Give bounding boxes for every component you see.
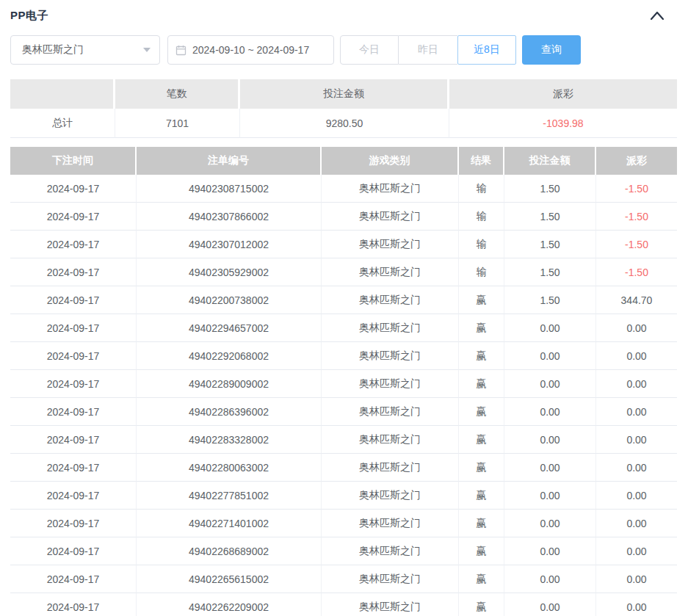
cell-game-category: 奥林匹斯之门 xyxy=(322,426,459,454)
query-button[interactable]: 查询 xyxy=(522,35,581,65)
cell-order-number: 49402289009002 xyxy=(137,370,322,398)
cell-bet-time: 2024-09-17 xyxy=(10,565,137,593)
table-row: 2024-09-17 49402286396002 奥林匹斯之门 赢 0.00 … xyxy=(10,398,677,426)
cell-result: 赢 xyxy=(459,454,504,482)
cell-result: 赢 xyxy=(459,510,504,537)
cell-game-category: 奥林匹斯之门 xyxy=(322,314,459,342)
cell-payout: 0.00 xyxy=(596,398,677,426)
col-header-order-number: 注单编号 xyxy=(137,147,322,175)
cell-payout: 344.70 xyxy=(596,286,677,314)
cell-result: 赢 xyxy=(459,398,504,426)
cell-payout: -1.50 xyxy=(596,203,677,231)
cell-bet-amount: 1.50 xyxy=(504,203,596,231)
cell-result: 赢 xyxy=(459,565,504,593)
cell-result: 输 xyxy=(459,231,504,258)
cell-bet-amount: 0.00 xyxy=(504,398,596,426)
cell-result: 赢 xyxy=(459,370,504,398)
summary-total-payout: -1039.98 xyxy=(449,109,677,138)
table-row: 2024-09-17 49402292068002 奥林匹斯之门 赢 0.00 … xyxy=(10,342,677,370)
summary-total-count: 7101 xyxy=(115,109,240,138)
yesterday-button[interactable]: 昨日 xyxy=(399,35,457,65)
cell-bet-time: 2024-09-17 xyxy=(10,258,137,286)
cell-result: 赢 xyxy=(459,593,504,616)
cell-bet-time: 2024-09-17 xyxy=(10,426,137,454)
cell-bet-time: 2024-09-17 xyxy=(10,231,137,258)
cell-game-category: 奥林匹斯之门 xyxy=(322,203,459,231)
cell-bet-time: 2024-09-17 xyxy=(10,342,137,370)
table-row: 2024-09-17 49402200738002 奥林匹斯之门 赢 1.50 … xyxy=(10,286,677,314)
caret-down-icon xyxy=(143,48,151,52)
cell-payout: 0.00 xyxy=(596,370,677,398)
chevron-up-icon xyxy=(650,10,665,21)
cell-bet-amount: 1.50 xyxy=(504,175,596,203)
cell-payout: -1.50 xyxy=(596,258,677,286)
filter-bar: 奥林匹斯之门 2024-09-10 ~ 2024-09-17 今日 昨日 近8日… xyxy=(10,35,677,65)
table-row: 2024-09-17 49402283328002 奥林匹斯之门 赢 0.00 … xyxy=(10,426,677,454)
bet-table-header-row: 下注时间 注单编号 游戏类别 结果 投注金额 派彩 xyxy=(10,147,677,175)
table-row: 2024-09-17 49402308715002 奥林匹斯之门 输 1.50 … xyxy=(10,175,677,203)
cell-result: 输 xyxy=(459,175,504,203)
cell-bet-time: 2024-09-17 xyxy=(10,482,137,510)
summary-total-row: 总计 7101 9280.50 -1039.98 xyxy=(10,109,677,138)
col-header-bet-time: 下注时间 xyxy=(10,147,137,175)
summary-header-bet-amount: 投注金额 xyxy=(240,79,449,109)
cell-bet-time: 2024-09-17 xyxy=(10,454,137,482)
cell-bet-amount: 0.00 xyxy=(504,314,596,342)
summary-table: 笔数 投注金额 派彩 总计 7101 9280.50 -1039.98 xyxy=(10,79,677,138)
cell-payout: 0.00 xyxy=(596,342,677,370)
cell-bet-time: 2024-09-17 xyxy=(10,203,137,231)
bet-records-table: 下注时间 注单编号 游戏类别 结果 投注金额 派彩 2024-09-17 494… xyxy=(10,147,677,616)
table-row: 2024-09-17 49402307012002 奥林匹斯之门 输 1.50 … xyxy=(10,231,677,258)
today-button[interactable]: 今日 xyxy=(340,35,399,65)
col-header-payout: 派彩 xyxy=(596,147,677,175)
cell-bet-time: 2024-09-17 xyxy=(10,286,137,314)
summary-total-bet-amount: 9280.50 xyxy=(240,109,449,138)
cell-result: 输 xyxy=(459,258,504,286)
cell-payout: 0.00 xyxy=(596,426,677,454)
cell-order-number: 49402277851002 xyxy=(137,482,322,510)
cell-payout: 0.00 xyxy=(596,537,677,565)
cell-order-number: 49402200738002 xyxy=(137,286,322,314)
cell-result: 赢 xyxy=(459,482,504,510)
game-select[interactable]: 奥林匹斯之门 xyxy=(10,35,160,65)
cell-bet-time: 2024-09-17 xyxy=(10,314,137,342)
cell-bet-amount: 0.00 xyxy=(504,565,596,593)
cell-bet-amount: 1.50 xyxy=(504,286,596,314)
table-row: 2024-09-17 49402280063002 奥林匹斯之门 赢 0.00 … xyxy=(10,454,677,482)
pp-electronic-panel: PP电子 奥林匹斯之门 2024-09-10 ~ 2024-09-17 今日 昨… xyxy=(0,0,688,616)
cell-bet-amount: 0.00 xyxy=(504,426,596,454)
cell-payout: 0.00 xyxy=(596,565,677,593)
col-header-result: 结果 xyxy=(459,147,504,175)
cell-order-number: 49402271401002 xyxy=(137,510,322,537)
table-row: 2024-09-17 49402262209002 奥林匹斯之门 赢 0.00 … xyxy=(10,593,677,616)
col-header-bet-amount: 投注金额 xyxy=(504,147,596,175)
cell-bet-time: 2024-09-17 xyxy=(10,398,137,426)
cell-bet-amount: 0.00 xyxy=(504,342,596,370)
cell-game-category: 奥林匹斯之门 xyxy=(322,175,459,203)
cell-result: 赢 xyxy=(459,314,504,342)
date-range-picker[interactable]: 2024-09-10 ~ 2024-09-17 xyxy=(167,35,334,65)
cell-game-category: 奥林匹斯之门 xyxy=(322,258,459,286)
table-row: 2024-09-17 49402307866002 奥林匹斯之门 输 1.50 … xyxy=(10,203,677,231)
cell-order-number: 49402286396002 xyxy=(137,398,322,426)
table-row: 2024-09-17 49402294657002 奥林匹斯之门 赢 0.00 … xyxy=(10,314,677,342)
summary-header-row: 笔数 投注金额 派彩 xyxy=(10,79,677,109)
cell-game-category: 奥林匹斯之门 xyxy=(322,454,459,482)
cell-order-number: 49402280063002 xyxy=(137,454,322,482)
cell-order-number: 49402283328002 xyxy=(137,426,322,454)
panel-header: PP电子 xyxy=(10,6,677,25)
cell-game-category: 奥林匹斯之门 xyxy=(322,286,459,314)
table-row: 2024-09-17 49402271401002 奥林匹斯之门 赢 0.00 … xyxy=(10,510,677,537)
cell-bet-amount: 0.00 xyxy=(504,510,596,537)
cell-bet-amount: 1.50 xyxy=(504,258,596,286)
cell-order-number: 49402292068002 xyxy=(137,342,322,370)
table-row: 2024-09-17 49402289009002 奥林匹斯之门 赢 0.00 … xyxy=(10,370,677,398)
cell-bet-amount: 0.00 xyxy=(504,593,596,616)
cell-game-category: 奥林匹斯之门 xyxy=(322,537,459,565)
cell-order-number: 49402307866002 xyxy=(137,203,322,231)
cell-game-category: 奥林匹斯之门 xyxy=(322,231,459,258)
collapse-button[interactable] xyxy=(649,9,665,22)
last-8-days-button[interactable]: 近8日 xyxy=(457,35,516,65)
summary-header-payout: 派彩 xyxy=(449,79,677,109)
cell-game-category: 奥林匹斯之门 xyxy=(322,482,459,510)
